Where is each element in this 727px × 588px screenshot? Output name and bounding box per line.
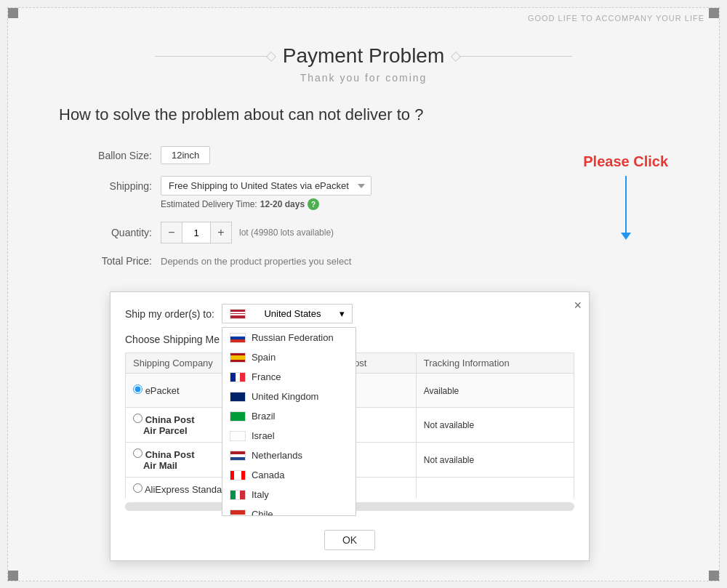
flag-gb	[230, 392, 246, 402]
shipping-row: Shipping: Free Shipping to United States…	[73, 176, 668, 210]
country-name-cl: Chile	[252, 509, 273, 516]
balloon-size-label: Ballon Size:	[73, 150, 161, 161]
page-frame: GOOD LIFE TO ACCOMPANY YOUR LIFE Payment…	[7, 7, 720, 581]
total-price-row: Total Price: Depends on the product prop…	[73, 255, 668, 267]
flag-il	[230, 431, 246, 441]
cell-air-parcel-tracking: Not available	[416, 408, 574, 443]
dialog-close-button[interactable]: ×	[574, 298, 582, 313]
dropdown-arrow-icon: ▾	[340, 308, 345, 319]
dropdown-item-br[interactable]: Brazil	[222, 406, 356, 426]
country-name-fr: France	[252, 371, 281, 382]
help-icon[interactable]: ?	[308, 198, 319, 210]
dropdown-item-it[interactable]: Italy	[222, 485, 356, 504]
ship-to-row: Ship my order(s) to: United States ▾ Rus…	[125, 304, 574, 323]
cell-air-parcel-name: China Post Air Parcel	[133, 414, 195, 436]
page-header: Payment Problem Thank you for coming	[59, 44, 668, 84]
dialog-body: Ship my order(s) to: United States ▾ Rus…	[111, 292, 589, 523]
delivery-time: Estimated Delivery Time: 12-20 days ?	[161, 198, 371, 210]
quantity-decrease-button[interactable]: −	[161, 222, 182, 243]
ok-button-row: OK	[111, 523, 589, 560]
radio-epacket[interactable]	[133, 384, 142, 394]
shipping-select-wrapper: Free Shipping to United States via ePack…	[161, 176, 371, 210]
country-name-br: Brazil	[252, 411, 276, 422]
country-select-button[interactable]: United States ▾	[222, 304, 353, 323]
quantity-increase-button[interactable]: +	[211, 222, 231, 243]
balloon-size-row: Ballon Size: 12inch	[73, 146, 668, 164]
page-title: Payment Problem	[283, 44, 445, 68]
dropdown-item-es[interactable]: Spain	[222, 347, 356, 367]
radio-china-air-mail[interactable]	[133, 448, 142, 458]
quantity-available: lot (49980 lots available)	[239, 227, 334, 238]
corner-decoration-tr	[709, 8, 719, 18]
quantity-label: Quantity:	[73, 227, 161, 238]
dropdown-item-fr[interactable]: France	[222, 367, 356, 387]
country-name-nl: Netherlands	[252, 450, 302, 461]
shipping-label: Shipping:	[73, 176, 161, 192]
cell-epacket-name: ePacket	[145, 385, 180, 396]
country-name-ru: Russian Federation	[252, 332, 334, 343]
cell-aliexpress-tracking	[416, 478, 574, 499]
title-row: Payment Problem	[59, 44, 668, 68]
cell-air-mail-tracking: Not available	[416, 443, 574, 478]
dropdown-item-ru[interactable]: Russian Federation	[222, 328, 356, 347]
dropdown-item-nl[interactable]: Netherlands	[222, 446, 356, 465]
country-select-wrapper: United States ▾ Russian Federation Spain	[222, 304, 353, 323]
ship-to-dialog: × Ship my order(s) to: United States ▾ R…	[110, 291, 590, 561]
radio-china-air-parcel[interactable]	[133, 414, 142, 423]
please-click-text: Please Click	[583, 153, 668, 170]
quantity-row: Quantity: − + lot (49980 lots available)	[73, 222, 668, 243]
site-tagline: GOOD LIFE TO ACCOMPANY YOUR LIFE	[528, 14, 704, 23]
balloon-size-button[interactable]: 12inch	[161, 146, 210, 164]
please-click-arrow	[625, 176, 627, 234]
dropdown-item-cl[interactable]: Chile	[222, 504, 356, 516]
cell-epacket-tracking: Available	[416, 374, 574, 408]
total-price-value: Depends on the product properties you se…	[161, 256, 351, 267]
dropdown-item-ca[interactable]: Canada	[222, 465, 356, 485]
ok-button[interactable]: OK	[324, 530, 375, 550]
page-subtitle: Thank you for coming	[59, 72, 668, 84]
header-line-left	[155, 56, 271, 57]
radio-aliexpress[interactable]	[133, 483, 142, 493]
flag-us-selected	[230, 309, 246, 319]
ship-to-label: Ship my order(s) to:	[125, 308, 214, 320]
delivery-label: Estimated Delivery Time:	[161, 199, 257, 209]
delivery-value: 12-20 days	[260, 199, 305, 209]
product-section: Ballon Size: 12inch Shipping: Free Shipp…	[73, 146, 668, 267]
country-dropdown-list[interactable]: Russian Federation Spain France Uni	[222, 327, 356, 516]
cell-aliexpress-name: AliExpress Standa...	[145, 484, 230, 495]
col-header-tracking: Tracking Information	[416, 353, 574, 374]
flag-nl	[230, 451, 246, 461]
flag-br	[230, 411, 246, 422]
country-name-it: Italy	[252, 489, 269, 500]
dropdown-item-gb[interactable]: United Kingdom	[222, 387, 356, 406]
selected-country-name: United States	[264, 308, 321, 319]
cell-air-mail-name: China Post Air Mail	[133, 449, 195, 471]
total-price-label: Total Price:	[73, 255, 161, 267]
country-name-gb: United Kingdom	[252, 391, 319, 402]
corner-decoration-tl	[8, 8, 18, 18]
country-name-es: Spain	[252, 352, 276, 363]
dropdown-item-il[interactable]: Israel	[222, 426, 356, 446]
corner-decoration-bl	[8, 571, 18, 581]
flag-ru	[230, 333, 246, 343]
quantity-input[interactable]	[182, 222, 211, 243]
corner-decoration-br	[709, 571, 719, 581]
quantity-control: − +	[161, 222, 232, 243]
header-line-right	[456, 56, 572, 57]
flag-cl	[230, 510, 246, 517]
flag-es	[230, 353, 246, 363]
country-name-il: Israel	[252, 430, 275, 441]
country-name-ca: Canada	[252, 470, 285, 480]
please-click-annotation: Please Click	[583, 153, 668, 234]
flag-it	[230, 490, 246, 500]
flag-fr	[230, 372, 246, 382]
flag-ca	[230, 470, 246, 480]
shipping-select[interactable]: Free Shipping to United States via ePack…	[161, 176, 371, 196]
main-question: How to solve the problem about can not d…	[59, 105, 668, 124]
